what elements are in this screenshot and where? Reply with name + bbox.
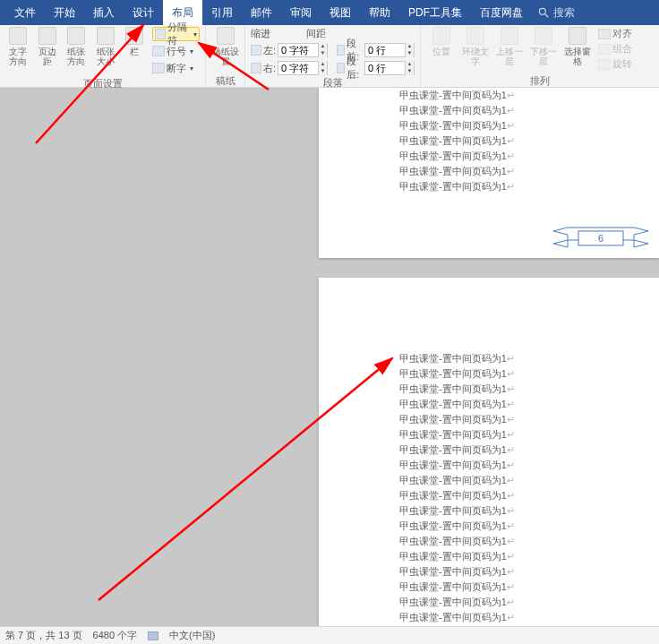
menu-review[interactable]: 审阅 bbox=[281, 0, 321, 25]
breaks-icon bbox=[155, 29, 165, 39]
hyphenation-button[interactable]: 断字▾ bbox=[152, 61, 200, 75]
menu-help[interactable]: 帮助 bbox=[360, 0, 399, 25]
spacing-title: 间距 bbox=[306, 27, 326, 40]
menu-design[interactable]: 设计 bbox=[124, 0, 163, 25]
paragraph-lines: 甲虫课堂-置中间页码为1↵甲虫课堂-置中间页码为1↵甲虫课堂-置中间页码为1↵甲… bbox=[399, 351, 515, 625]
svg-point-0 bbox=[539, 8, 545, 14]
page-number-text: 6 bbox=[598, 233, 603, 244]
menu-mailings[interactable]: 邮件 bbox=[242, 0, 281, 25]
position-button[interactable]: 位置 bbox=[426, 27, 457, 56]
menu-baidu[interactable]: 百度网盘 bbox=[471, 0, 532, 25]
language-flag-icon bbox=[148, 631, 158, 640]
orientation-icon bbox=[67, 27, 85, 45]
space-before-icon bbox=[337, 45, 345, 56]
group-page-setup: 文字方向 页边距 纸张方向 纸张大小 栏 分隔符▾ 行号▾ 断字▾ 页面设置 bbox=[0, 25, 206, 87]
indent-left-label: 左: bbox=[263, 44, 276, 57]
group-label: 排列 bbox=[426, 74, 654, 87]
group-label: 段落 bbox=[251, 76, 415, 89]
indent-right-row: 右: ▲▼ bbox=[251, 60, 328, 76]
manuscript-icon bbox=[217, 27, 235, 45]
wrap-icon bbox=[466, 27, 484, 45]
search-icon bbox=[537, 6, 550, 19]
send-backward-button[interactable]: 下移一层 bbox=[528, 27, 559, 66]
space-after-input[interactable]: ▲▼ bbox=[364, 61, 415, 75]
page-bottom: 甲虫课堂-置中间页码为1↵甲虫课堂-置中间页码为1↵甲虫课堂-置中间页码为1↵甲… bbox=[319, 278, 659, 626]
line-numbers-button[interactable]: 行号▾ bbox=[152, 44, 200, 58]
chevron-down-icon: ▾ bbox=[193, 30, 197, 39]
page-number-banner: 6 bbox=[552, 226, 650, 251]
position-icon bbox=[432, 27, 450, 45]
group-button[interactable]: 组合 bbox=[598, 42, 632, 56]
svg-line-1 bbox=[545, 14, 549, 18]
document-area[interactable]: 甲虫课堂-置中间页码为1↵甲虫课堂-置中间页码为1↵甲虫课堂-置中间页码为1↵甲… bbox=[0, 88, 659, 626]
columns-button[interactable]: 栏 bbox=[122, 27, 147, 56]
menu-view[interactable]: 视图 bbox=[321, 0, 360, 25]
margins-button[interactable]: 页边距 bbox=[34, 27, 59, 66]
status-page-info: 第 7 页，共 13 页 bbox=[5, 629, 82, 642]
status-word-count: 6480 个字 bbox=[93, 629, 138, 642]
margins-icon bbox=[39, 27, 56, 45]
search-box[interactable]: 搜索 bbox=[537, 5, 575, 21]
orientation-button[interactable]: 纸张方向 bbox=[64, 27, 89, 66]
menu-file[interactable]: 文件 bbox=[5, 0, 45, 25]
group-label: 稿纸 bbox=[211, 74, 239, 87]
chevron-down-icon: ▾ bbox=[190, 64, 193, 73]
rotate-icon bbox=[598, 59, 611, 70]
indent-left-icon bbox=[251, 45, 261, 56]
bring-forward-icon bbox=[501, 27, 518, 45]
indent-right-icon bbox=[251, 63, 261, 73]
columns-icon bbox=[125, 27, 143, 45]
search-placeholder: 搜索 bbox=[553, 5, 575, 21]
chevron-down-icon: ▾ bbox=[190, 47, 193, 56]
align-icon bbox=[598, 29, 611, 39]
group-paragraph: 缩进 间距 左: ▲▼ 段前: ▲▼ 右: ▲▼ bbox=[245, 25, 421, 87]
selection-pane-button[interactable]: 选择窗格 bbox=[562, 27, 593, 66]
status-language[interactable]: 中文(中国) bbox=[169, 629, 215, 642]
manuscript-button[interactable]: 稿纸设置 bbox=[211, 27, 239, 66]
text-direction-button[interactable]: 文字方向 bbox=[5, 27, 30, 66]
group-icon bbox=[598, 44, 611, 55]
hyphenation-icon bbox=[152, 63, 165, 73]
indent-left-row: 左: ▲▼ bbox=[251, 42, 328, 58]
group-arrange: 位置 环绕文字 上移一层 下移一层 选择窗格 对齐 组合 旋转 排列 bbox=[421, 25, 659, 87]
status-bar: 第 7 页，共 13 页 6480 个字 中文(中国) bbox=[0, 626, 659, 644]
align-button[interactable]: 对齐 bbox=[598, 27, 632, 40]
space-before-input[interactable]: ▲▼ bbox=[364, 43, 415, 57]
menu-home[interactable]: 开始 bbox=[45, 0, 84, 25]
line-numbers-icon bbox=[152, 46, 165, 56]
space-after-icon bbox=[337, 63, 345, 73]
menu-bar: 文件 开始 插入 设计 布局 引用 邮件 审阅 视图 帮助 PDF工具集 百度网… bbox=[0, 0, 659, 25]
ribbon: 文字方向 页边距 纸张方向 纸张大小 栏 分隔符▾ 行号▾ 断字▾ 页面设置 稿… bbox=[0, 25, 659, 88]
menu-references[interactable]: 引用 bbox=[202, 0, 242, 25]
breaks-button[interactable]: 分隔符▾ bbox=[152, 27, 200, 41]
indent-right-input[interactable]: ▲▼ bbox=[278, 61, 328, 75]
indent-left-input[interactable]: ▲▼ bbox=[278, 43, 328, 57]
group-manuscript: 稿纸设置 稿纸 bbox=[206, 25, 245, 87]
space-after-row: 段后: ▲▼ bbox=[337, 60, 415, 76]
paragraph-lines: 甲虫课堂-置中间页码为1↵甲虫课堂-置中间页码为1↵甲虫课堂-置中间页码为1↵甲… bbox=[399, 88, 515, 194]
selection-pane-icon bbox=[569, 27, 586, 45]
size-icon bbox=[97, 27, 115, 45]
text-direction-icon bbox=[9, 27, 27, 45]
wrap-button[interactable]: 环绕文字 bbox=[460, 27, 491, 66]
page-top: 甲虫课堂-置中间页码为1↵甲虫课堂-置中间页码为1↵甲虫课堂-置中间页码为1↵甲… bbox=[319, 88, 659, 258]
indent-right-label: 右: bbox=[263, 62, 276, 75]
menu-insert[interactable]: 插入 bbox=[84, 0, 124, 25]
indent-title: 缩进 bbox=[251, 27, 270, 40]
rotate-button[interactable]: 旋转 bbox=[598, 57, 632, 71]
menu-pdf-tools[interactable]: PDF工具集 bbox=[399, 0, 471, 25]
bring-forward-button[interactable]: 上移一层 bbox=[494, 27, 525, 66]
send-backward-icon bbox=[535, 27, 552, 45]
size-button[interactable]: 纸张大小 bbox=[92, 27, 117, 66]
